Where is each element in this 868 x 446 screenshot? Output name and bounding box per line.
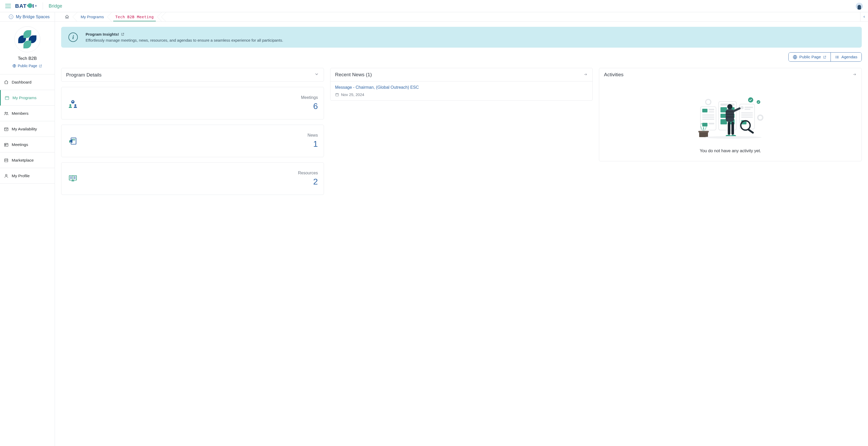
nav-label: Dashboard <box>12 80 31 85</box>
insights-desc: Effortlessly manage meetings, news, reso… <box>86 38 283 42</box>
store-icon <box>4 158 8 163</box>
nav-label: My Profile <box>12 173 30 178</box>
activities-header[interactable]: Activities <box>599 68 862 81</box>
news-date-text: Nov 25, 2024 <box>341 92 364 97</box>
svg-rect-4 <box>4 128 8 131</box>
sidebar-item-meetings[interactable]: Meetings <box>0 137 55 153</box>
external-link-icon <box>823 56 826 59</box>
logo-text-2: I <box>33 3 34 9</box>
breadcrumb-item-current[interactable]: Tech B2B Meeting <box>110 12 159 21</box>
sidebar-item-profile[interactable]: My Profile <box>0 168 55 184</box>
svg-rect-27 <box>702 123 708 126</box>
megaphone-icon <box>67 135 79 147</box>
svg-rect-53 <box>732 122 734 135</box>
program-details-header[interactable]: Program Details <box>61 68 324 82</box>
breadcrumb-bar: My Bridge Spaces My Programs Tech B2B Me… <box>0 12 868 22</box>
news-headline[interactable]: Message - Chairman, (Global Outreach) ES… <box>335 85 419 90</box>
svg-point-10 <box>72 101 73 102</box>
insights-title-row[interactable]: Program Insights! <box>86 32 283 36</box>
news-item[interactable]: Message - Chairman, (Global Outreach) ES… <box>331 81 593 100</box>
chevron-down-icon <box>314 72 319 78</box>
my-spaces-label: My Bridge Spaces <box>16 14 50 19</box>
breadcrumb-label: Tech B2B Meeting <box>115 15 154 19</box>
svg-rect-1 <box>5 96 9 99</box>
breadcrumb-item-programs[interactable]: My Programs <box>75 12 110 21</box>
calendar-icon <box>335 93 339 97</box>
nav-label: Meetings <box>12 142 28 147</box>
svg-rect-23 <box>709 112 714 113</box>
activities-empty-state: You do not have any activity yet. <box>599 81 862 161</box>
svg-point-60 <box>704 136 762 139</box>
user-avatar[interactable] <box>856 3 863 10</box>
svg-rect-40 <box>741 113 753 114</box>
breadcrumb-home[interactable] <box>59 12 75 21</box>
gear-users-icon <box>67 98 79 109</box>
recent-news-title: Recent News (1) <box>335 72 372 77</box>
breadcrumb-label: My Programs <box>81 14 104 19</box>
nav-label: Members <box>12 111 29 116</box>
app-name[interactable]: Bridge <box>49 3 62 9</box>
svg-rect-39 <box>745 109 750 110</box>
svg-rect-24 <box>702 115 714 116</box>
menu-toggle-button[interactable] <box>5 4 11 8</box>
org-name: Tech B2B <box>18 56 37 61</box>
svg-rect-26 <box>702 119 714 120</box>
recent-news-header[interactable]: Recent News (1) <box>331 68 593 81</box>
svg-rect-42 <box>741 117 753 118</box>
sidebar-item-programs[interactable]: My Programs <box>0 90 55 106</box>
list-icon <box>835 55 839 59</box>
stat-label: News <box>308 133 318 138</box>
svg-rect-30 <box>720 103 735 106</box>
users-icon <box>4 111 8 116</box>
sidebar-item-members[interactable]: Members <box>0 106 55 121</box>
arrow-right-icon <box>583 72 588 77</box>
program-details-title: Program Details <box>66 72 101 78</box>
sidebar-nav: Dashboard My Programs Members My Availab… <box>0 74 55 184</box>
breadcrumb-spacer <box>159 12 164 21</box>
activities-title: Activities <box>604 72 623 77</box>
arrow-right-icon <box>852 72 857 77</box>
agendas-label: Agendas <box>841 55 857 59</box>
book-icon <box>67 173 79 185</box>
back-icon <box>9 14 13 19</box>
stat-label: Resources <box>298 171 318 176</box>
public-page-label: Public Page <box>799 55 821 59</box>
info-icon: i <box>68 33 78 42</box>
stat-card-resources[interactable]: Resources 2 <box>61 162 324 195</box>
my-spaces-link[interactable]: My Bridge Spaces <box>0 12 55 21</box>
globe-icon <box>12 64 16 68</box>
stat-value: 1 <box>308 139 318 149</box>
svg-rect-41 <box>741 115 753 116</box>
activities-card: Activities <box>599 68 862 161</box>
svg-point-11 <box>69 104 71 106</box>
svg-rect-59 <box>699 131 709 132</box>
svg-rect-21 <box>702 109 708 113</box>
sidebar-item-availability[interactable]: My Availability <box>0 121 55 137</box>
public-page-button[interactable]: Public Page <box>788 53 831 61</box>
nav-label: Marketplace <box>12 158 34 163</box>
user-icon <box>4 173 8 178</box>
collapse-panel-button[interactable] <box>860 12 868 21</box>
logo-text: BAT <box>15 3 27 9</box>
svg-rect-15 <box>336 93 339 96</box>
sidebar-public-page-link[interactable]: Public Page <box>12 64 42 68</box>
agendas-button[interactable]: Agendas <box>831 53 862 61</box>
stat-label: Meetings <box>301 95 318 100</box>
activities-empty-caption: You do not have any activity yet. <box>700 148 761 153</box>
stat-card-meetings[interactable]: Meetings 6 <box>61 87 324 120</box>
sidebar-item-marketplace[interactable]: Marketplace <box>0 153 55 168</box>
insights-title: Program Insights! <box>86 32 119 36</box>
svg-point-17 <box>706 100 710 104</box>
svg-point-2 <box>5 112 6 113</box>
logo[interactable]: BATI® <box>15 3 37 9</box>
org-logo <box>14 26 40 52</box>
svg-rect-5 <box>4 143 8 146</box>
home-icon <box>4 80 8 85</box>
stat-card-news[interactable]: News 1 <box>61 125 324 157</box>
nav-label: My Programs <box>12 95 36 100</box>
sidebar: Tech B2B Public Page Dashboard My Progra… <box>0 22 55 446</box>
program-details-card: Program Details <box>61 68 324 82</box>
sidebar-item-dashboard[interactable]: Dashboard <box>0 74 55 90</box>
calendar-check-icon <box>4 127 8 131</box>
svg-rect-52 <box>728 122 731 135</box>
